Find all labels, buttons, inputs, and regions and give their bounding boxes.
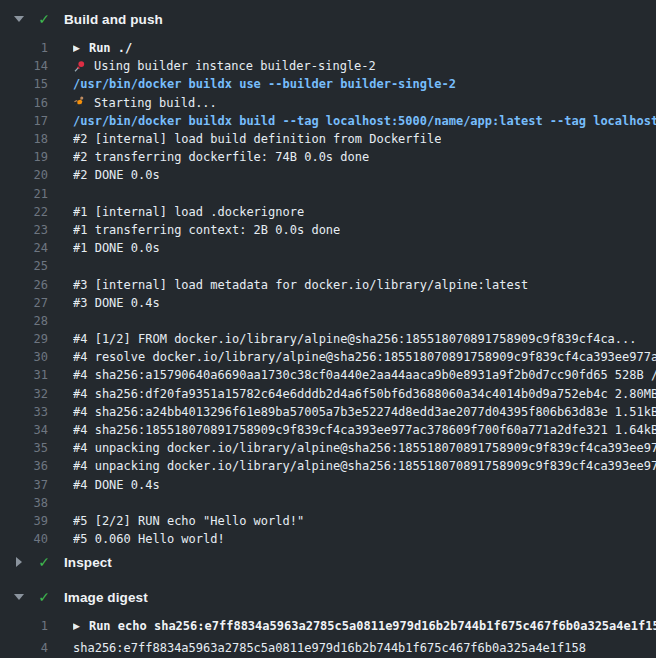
- section-build-and-push: ✓ Build and push 1▶Run ./14Using builder…: [0, 0, 656, 548]
- line-text: #3 DONE 0.4s: [73, 296, 160, 310]
- line-text-value: #1 [internal] load .dockerignore: [73, 205, 304, 219]
- log-line: 21: [0, 185, 656, 203]
- line-text-value: Using builder instance builder-single-2: [94, 59, 376, 73]
- log-line: 27#3 DONE 0.4s: [0, 294, 656, 312]
- play-icon[interactable]: ▶: [73, 43, 80, 53]
- log-line: 39#5 [2/2] RUN echo "Hello world!": [0, 512, 656, 530]
- line-number[interactable]: 22: [0, 205, 48, 219]
- line-text: #2 DONE 0.0s: [73, 168, 160, 182]
- line-number[interactable]: 27: [0, 296, 48, 310]
- line-number[interactable]: 21: [0, 187, 48, 201]
- log-line: 26#3 [internal] load metadata for docker…: [0, 275, 656, 293]
- section-image-digest: ✓ Image digest 1▶Run echo sha256:e7ff883…: [0, 587, 656, 658]
- line-number[interactable]: 1: [0, 619, 48, 633]
- section-header-image-digest[interactable]: ✓ Image digest: [0, 587, 656, 607]
- workflow-log-viewer: ✓ Build and push 1▶Run ./14Using builder…: [0, 0, 656, 658]
- chevron-right-icon[interactable]: [13, 556, 25, 568]
- line-text-value: #5 0.060 Hello world!: [73, 532, 225, 546]
- line-text: ▶Run echo sha256:e7ff8834a5963a2785c5a08…: [73, 619, 656, 633]
- line-text-value: #4 [1/2] FROM docker.io/library/alpine@s…: [73, 332, 637, 346]
- log-line: 25: [0, 257, 656, 275]
- line-number[interactable]: 34: [0, 423, 48, 437]
- line-number[interactable]: 39: [0, 514, 48, 528]
- log-lines: 1▶Run ./14Using builder instance builder…: [0, 39, 656, 548]
- line-text: #4 sha256:df20fa9351a15782c64e6dddb2d4a6…: [73, 387, 656, 401]
- line-number[interactable]: 37: [0, 478, 48, 492]
- line-number[interactable]: 26: [0, 278, 48, 292]
- log-line: 24#1 DONE 0.0s: [0, 239, 656, 257]
- line-number[interactable]: 25: [0, 259, 48, 273]
- line-number[interactable]: 38: [0, 496, 48, 510]
- log-line: 37#4 DONE 0.4s: [0, 476, 656, 494]
- line-number[interactable]: 4: [0, 641, 48, 655]
- line-number[interactable]: 29: [0, 332, 48, 346]
- log-line: 19#2 transferring dockerfile: 74B 0.0s d…: [0, 148, 656, 166]
- line-number[interactable]: 15: [0, 77, 48, 91]
- section-inspect: ✓ Inspect: [0, 552, 656, 572]
- line-text-value: Starting build...: [94, 96, 217, 110]
- runner-icon: [73, 96, 86, 109]
- line-text: #5 [2/2] RUN echo "Hello world!": [73, 514, 304, 528]
- line-number[interactable]: 1: [0, 41, 48, 55]
- line-text-value: Run ./: [89, 41, 132, 55]
- line-text-value: #2 [internal] load build definition from…: [73, 132, 441, 146]
- line-text-value: #4 sha256:a15790640a6690aa1730c38cf0a440…: [73, 368, 656, 382]
- line-number[interactable]: 18: [0, 132, 48, 146]
- line-text-value: #2 transferring dockerfile: 74B 0.0s don…: [73, 150, 369, 164]
- line-text-value: Run echo sha256:e7ff8834a5963a2785c5a081…: [89, 619, 656, 633]
- section-header-inspect[interactable]: ✓ Inspect: [0, 552, 656, 572]
- log-line: 34#4 sha256:185518070891758909c9f839cf4c…: [0, 421, 656, 439]
- line-text: Starting build...: [73, 96, 217, 110]
- log-line: 17/usr/bin/docker buildx build --tag loc…: [0, 112, 656, 130]
- chevron-down-icon[interactable]: [13, 591, 25, 603]
- log-line: 35#4 unpacking docker.io/library/alpine@…: [0, 439, 656, 457]
- line-text: #4 resolve docker.io/library/alpine@sha2…: [73, 350, 656, 364]
- play-icon[interactable]: ▶: [73, 621, 80, 631]
- log-line: 22#1 [internal] load .dockerignore: [0, 203, 656, 221]
- chevron-down-icon[interactable]: [13, 13, 25, 25]
- section-header-build-and-push[interactable]: ✓ Build and push: [0, 0, 656, 29]
- line-text-value: #3 DONE 0.4s: [73, 296, 160, 310]
- line-text-value: #4 DONE 0.4s: [73, 478, 160, 492]
- line-number[interactable]: 32: [0, 387, 48, 401]
- line-text: ▶Run ./: [73, 41, 132, 55]
- line-number[interactable]: 30: [0, 350, 48, 364]
- line-text: /usr/bin/docker buildx use --builder bui…: [73, 77, 456, 91]
- line-text-value: #4 sha256:185518070891758909c9f839cf4ca3…: [73, 423, 656, 437]
- line-number[interactable]: 19: [0, 150, 48, 164]
- line-text: #1 [internal] load .dockerignore: [73, 205, 304, 219]
- log-line: 38: [0, 494, 656, 512]
- line-number[interactable]: 24: [0, 241, 48, 255]
- line-number[interactable]: 36: [0, 459, 48, 473]
- log-line: 18#2 [internal] load build definition fr…: [0, 130, 656, 148]
- line-text-value: sha256:e7ff8834a5963a2785c5a0811e979d16b…: [73, 641, 586, 655]
- log-line: 15/usr/bin/docker buildx use --builder b…: [0, 75, 656, 93]
- line-number[interactable]: 35: [0, 441, 48, 455]
- line-text-value: #4 resolve docker.io/library/alpine@sha2…: [73, 350, 656, 364]
- line-text: #3 [internal] load metadata for docker.i…: [73, 278, 528, 292]
- line-text-value: #4 sha256:df20fa9351a15782c64e6dddb2d4a6…: [73, 387, 656, 401]
- line-text: sha256:e7ff8834a5963a2785c5a0811e979d16b…: [73, 641, 586, 655]
- line-text: #2 transferring dockerfile: 74B 0.0s don…: [73, 150, 369, 164]
- line-number[interactable]: 20: [0, 168, 48, 182]
- line-number[interactable]: 33: [0, 405, 48, 419]
- line-number[interactable]: 14: [0, 59, 48, 73]
- log-line: 1▶Run ./: [0, 39, 656, 57]
- log-line: 31#4 sha256:a15790640a6690aa1730c38cf0a4…: [0, 366, 656, 384]
- pushpin-icon: [73, 60, 86, 73]
- line-text-value: /usr/bin/docker buildx build --tag local…: [73, 114, 656, 128]
- line-text: #4 DONE 0.4s: [73, 478, 160, 492]
- line-text-value: /usr/bin/docker buildx use --builder bui…: [73, 77, 456, 91]
- line-number[interactable]: 40: [0, 532, 48, 546]
- line-text: #4 [1/2] FROM docker.io/library/alpine@s…: [73, 332, 637, 346]
- line-text: #1 transferring context: 2B 0.0s done: [73, 223, 340, 237]
- line-text: #4 unpacking docker.io/library/alpine@sh…: [73, 441, 656, 455]
- section-title: Image digest: [64, 590, 148, 605]
- line-number[interactable]: 31: [0, 368, 48, 382]
- line-number[interactable]: 17: [0, 114, 48, 128]
- line-number[interactable]: 23: [0, 223, 48, 237]
- line-number[interactable]: 16: [0, 96, 48, 110]
- line-number[interactable]: 28: [0, 314, 48, 328]
- line-text: #5 0.060 Hello world!: [73, 532, 225, 546]
- log-line: 16Starting build...: [0, 94, 656, 112]
